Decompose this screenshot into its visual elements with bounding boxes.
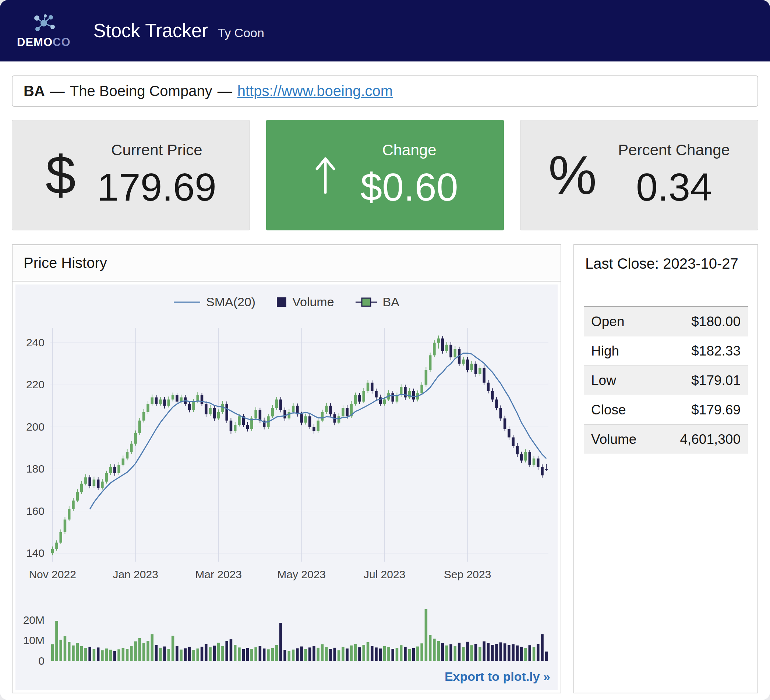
svg-text:May 2023: May 2023 (277, 568, 326, 580)
legend-item-ba[interactable]: BA (356, 295, 400, 309)
svg-text:0: 0 (38, 655, 45, 667)
brand-text-light: CO (53, 36, 71, 48)
quote-value: $182.33 (691, 343, 741, 359)
chart-area: SMA(20) Volume BA (15, 285, 558, 690)
dollar-icon: $ (45, 148, 76, 202)
svg-text:140: 140 (26, 547, 45, 559)
candlestick-icon (356, 296, 377, 308)
svg-text:240: 240 (26, 336, 45, 349)
stat-block: Current Price 179.69 (97, 141, 217, 209)
svg-text:220: 220 (26, 378, 45, 391)
company-separator: — (50, 83, 65, 99)
quote-value: $180.00 (691, 314, 741, 330)
percent-change-label: Percent Change (618, 141, 730, 159)
brand-text-bold: DEMO (17, 36, 53, 48)
app-subtitle: Ty Coon (218, 26, 264, 40)
header: DEMOCO Stock Tracker Ty Coon (0, 0, 770, 61)
quote-row-low: Low $179.01 (584, 366, 748, 395)
stat-block: Change $0.60 (360, 141, 458, 209)
svg-text:Jul 2023: Jul 2023 (364, 568, 405, 580)
svg-text:Sep 2023: Sep 2023 (444, 568, 491, 580)
quote-label: Close (591, 402, 626, 418)
quote-row-open: Open $180.00 (584, 307, 748, 336)
quote-row-high: High $182.33 (584, 336, 748, 366)
price-history-panel: Price History SMA(20) Volume (12, 244, 561, 694)
quote-label: High (591, 343, 619, 359)
legend-item-sma[interactable]: SMA(20) (174, 295, 256, 309)
company-name: The Boeing Company (70, 83, 212, 99)
svg-text:Jan 2023: Jan 2023 (113, 568, 158, 580)
quote-label: Volume (591, 432, 636, 447)
stat-card-change: Change $0.60 (266, 120, 503, 230)
last-close-title: Last Close: 2023-10-27 (574, 255, 757, 272)
stats-row: $ Current Price 179.69 Change $0.60 % Pe (12, 120, 758, 230)
export-plotly-link[interactable]: Export to plot.ly » (445, 669, 550, 684)
percent-icon: % (548, 148, 597, 202)
chart-wrapper: SMA(20) Volume BA (13, 281, 561, 693)
company-symbol: BA (24, 83, 45, 99)
current-price-value: 179.69 (97, 165, 217, 209)
legend-label-sma: SMA(20) (206, 295, 256, 309)
sma-line-icon (174, 301, 200, 304)
svg-text:160: 160 (26, 505, 45, 517)
svg-text:200: 200 (26, 421, 45, 433)
svg-text:Mar 2023: Mar 2023 (195, 568, 242, 580)
legend-label-volume: Volume (292, 295, 334, 309)
title-group: Stock Tracker Ty Coon (94, 20, 264, 42)
svg-text:180: 180 (26, 462, 45, 475)
app-window: DEMOCO Stock Tracker Ty Coon BA — The Bo… (0, 0, 770, 700)
price-history-title: Price History (13, 245, 561, 281)
quote-value: $179.69 (691, 402, 741, 418)
brand-logo: DEMOCO (17, 13, 71, 49)
company-website-link[interactable]: https://www.boeing.com (238, 83, 393, 99)
quote-value: $179.01 (691, 373, 741, 388)
change-value: $0.60 (360, 165, 458, 209)
volume-swatch-icon (277, 297, 286, 307)
svg-text:20M: 20M (23, 614, 45, 626)
export-row: Export to plot.ly » (445, 669, 558, 690)
quote-value: 4,601,300 (680, 432, 741, 447)
company-bar: BA — The Boeing Company — https://www.bo… (12, 76, 758, 107)
quote-label: Low (591, 373, 616, 388)
brand-text: DEMOCO (17, 36, 71, 49)
current-price-label: Current Price (111, 141, 202, 159)
legend-label-ba: BA (383, 295, 400, 309)
stat-block: Percent Change 0.34 (618, 141, 730, 209)
main-content: BA — The Boeing Company — https://www.bo… (0, 76, 770, 694)
last-close-panel: Last Close: 2023-10-27 Open $180.00 High… (573, 244, 758, 694)
chart-legend: SMA(20) Volume BA (15, 295, 558, 309)
svg-text:Nov 2022: Nov 2022 (29, 568, 76, 580)
molecule-logo-icon (29, 13, 58, 34)
up-arrow-icon (312, 154, 339, 197)
stat-card-percent-change: % Percent Change 0.34 (520, 120, 758, 230)
quote-row-volume: Volume 4,601,300 (584, 425, 748, 454)
quote-row-close: Close $179.69 (584, 395, 748, 425)
quote-table: Open $180.00 High $182.33 Low $179.01 Cl… (584, 306, 748, 454)
quote-label: Open (591, 314, 624, 330)
svg-text:10M: 10M (23, 634, 45, 646)
panels-row: Price History SMA(20) Volume (12, 244, 758, 694)
price-history-chart[interactable]: 140160180200220240Nov 2022Jan 2023Mar 20… (15, 315, 558, 668)
stat-card-current-price: $ Current Price 179.69 (12, 120, 250, 230)
app-title: Stock Tracker (94, 20, 208, 42)
legend-item-volume[interactable]: Volume (277, 295, 334, 309)
change-label: Change (382, 141, 436, 159)
company-separator-2: — (218, 83, 232, 99)
percent-change-value: 0.34 (636, 165, 712, 209)
